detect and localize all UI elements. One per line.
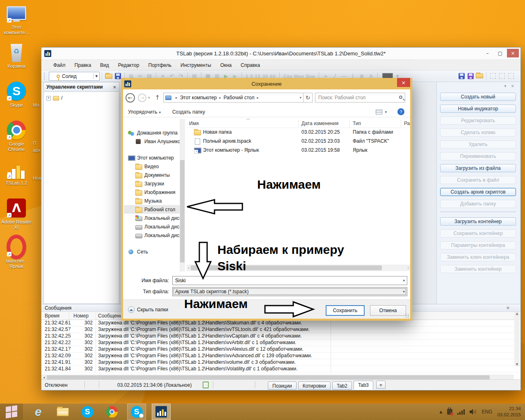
nav-tree-item[interactable]: Изображения <box>124 188 180 196</box>
panel-action-button[interactable]: Удалить <box>440 140 516 148</box>
panel-action-button[interactable]: Новый индикатор <box>440 105 516 113</box>
nav-tree-item[interactable]: Локальный диск <box>124 214 180 222</box>
menu-item[interactable]: Портфель <box>144 61 176 70</box>
select-all-tool-icon[interactable] <box>499 73 505 79</box>
panel-action-button[interactable]: Сделать копию <box>440 128 516 137</box>
volume-icon[interactable] <box>470 409 477 415</box>
forward-button[interactable]: → <box>138 94 146 102</box>
view-dropdown-icon[interactable]: ▾ <box>385 110 387 114</box>
log-row[interactable]: 21:32:42.25 302 Загружена dll 'C:\Progra… <box>41 333 520 340</box>
desktop-icon[interactable]: launcher - Ярлык <box>1 237 32 276</box>
column-date[interactable]: Дата изменения <box>301 121 338 126</box>
save-layout-button[interactable] <box>457 72 466 80</box>
log-row[interactable]: 21:32:41.84 302 Загружена dll 'C:\Progra… <box>41 366 520 372</box>
nav-tree-item[interactable]: Сеть <box>124 247 180 256</box>
start-button[interactable] <box>0 404 23 420</box>
breadcrumb[interactable]: ▸ Этот компьютер ▸ Рабочий стол ▸ ▾ <box>163 93 304 103</box>
taskbar-ie[interactable]: e <box>29 404 48 420</box>
panel-action-button[interactable]: Переименовать <box>440 152 516 160</box>
panel-action-button[interactable]: Заменить ключ контейнера <box>440 253 516 261</box>
taskbar-explorer[interactable] <box>53 404 72 420</box>
chevron-down-icon[interactable]: ▾ <box>403 290 405 294</box>
history-dropdown-icon[interactable]: ▾ <box>148 96 150 100</box>
tree-expand-icon[interactable]: + <box>46 96 51 100</box>
close-panel-icon[interactable]: × <box>113 84 116 90</box>
panel-action-button[interactable]: Создать новый <box>440 93 516 101</box>
column-name[interactable]: Имя <box>189 121 199 126</box>
show-hidden-icons-button[interactable]: ▲ <box>440 410 443 414</box>
nav-tree-item[interactable]: Музыка <box>124 196 180 205</box>
up-button[interactable]: ↑ <box>155 94 160 101</box>
add-tab-button[interactable]: + <box>376 381 386 389</box>
panel-action-button[interactable]: Сохранить в файл <box>440 176 516 184</box>
taskbar-chrome[interactable] <box>103 404 121 420</box>
menu-item[interactable]: Инструменты <box>176 61 216 70</box>
dialog-close-button[interactable]: × <box>397 78 410 87</box>
taskbar-clock[interactable]: 21:34 03.02.2015 <box>497 406 521 418</box>
open-layout-button[interactable] <box>475 72 484 80</box>
account-combo[interactable]: Солид ▾ <box>49 72 100 81</box>
close-button[interactable]: × <box>507 49 519 57</box>
dialog-title-bar[interactable]: Сохранение <box>121 78 412 89</box>
network-signal-icon[interactable] <box>457 409 465 415</box>
panel-action-button[interactable]: Добавить папку <box>440 200 516 208</box>
back-button[interactable]: ← <box>126 93 135 103</box>
language-indicator[interactable]: ENG <box>482 409 492 415</box>
select-tool-icon[interactable] <box>490 73 496 79</box>
desktop-icon[interactable]: Этот компьюте... <box>1 3 32 42</box>
bottom-tab[interactable]: Tab2 <box>332 381 352 390</box>
panel-action-button[interactable]: Параметры контейнера <box>440 241 516 249</box>
open-button[interactable] <box>104 72 113 80</box>
chevron-down-icon[interactable]: ▾ <box>403 278 405 283</box>
log-row[interactable]: 21:32:41.91 302 Загружена dll 'C:\Progra… <box>41 359 520 366</box>
bottom-tab[interactable]: Котировки <box>298 381 331 390</box>
column-number[interactable]: Номер <box>73 313 89 319</box>
file-row[interactable]: Новая папка 03.02.2015 20:25 Папка с фай… <box>187 128 410 137</box>
panel-action-button[interactable]: Сохранить контейнер <box>440 229 516 237</box>
nav-tree-item[interactable]: Документы <box>124 171 180 179</box>
bottom-tab[interactable]: Tab3 <box>354 381 373 390</box>
title-bar[interactable]: TSLab (версия 1.2.18.0:32bit) - C:\Users… <box>41 48 520 60</box>
nav-tree-item[interactable]: Этот компьютер <box>124 153 180 162</box>
file-name-combo[interactable]: ▾ <box>172 276 407 285</box>
panel-action-button[interactable]: Редактировать <box>440 116 516 125</box>
taskbar-skype-running[interactable]: S <box>127 404 146 420</box>
desktop-icon[interactable]: Корзина <box>1 42 32 81</box>
search-input[interactable] <box>315 93 405 102</box>
toolbar-drag-handle[interactable] <box>44 73 46 80</box>
messages-vscrollbar[interactable]: ▲▼ <box>514 312 520 366</box>
search-box[interactable] <box>315 93 405 103</box>
help-icon[interactable]: ? <box>397 108 404 115</box>
log-row[interactable]: 21:32:42.09 302 Загружена dll 'C:\Progra… <box>41 353 520 359</box>
minimize-button[interactable]: – <box>482 49 493 57</box>
desktop-icon[interactable]: Skype <box>1 81 32 120</box>
nav-tree-item[interactable]: Загрузки <box>124 179 180 188</box>
log-row[interactable]: 21:32:42.17 302 Загружена dll 'C:\Progra… <box>41 346 520 353</box>
menu-item[interactable]: Справка <box>236 61 265 70</box>
power-status-icon[interactable] <box>447 409 452 415</box>
panel-menu-icons[interactable]: ▾ × <box>504 84 516 88</box>
log-row[interactable]: 21:32:42.61 302 Загружена dll 'C:\Progra… <box>41 320 520 326</box>
hide-folders-button[interactable]: Скрыть папки <box>128 306 168 313</box>
panel-action-button[interactable]: Создать архив скриптов <box>440 188 516 196</box>
log-row[interactable]: 21:32:42.22 302 Загружена dll 'C:\Progra… <box>41 340 520 346</box>
column-size[interactable]: Разм <box>404 121 410 126</box>
file-row[interactable]: Этот компьютер - Ярлык 03.02.2015 19:58 … <box>187 146 410 155</box>
multi-select-tool-icon[interactable] <box>508 73 514 79</box>
nav-tree-item[interactable]: Видео <box>124 162 180 171</box>
column-time[interactable]: Время <box>45 313 59 319</box>
menu-item[interactable]: Файл <box>49 61 70 70</box>
panel-action-button[interactable]: Заменить контейнер <box>440 265 516 273</box>
refresh-button[interactable]: ↻ <box>304 93 313 103</box>
resize-grip[interactable] <box>405 314 409 318</box>
save-as-button[interactable] <box>466 72 475 80</box>
desktop-icon[interactable]: TSLab 1.2 <box>1 159 32 198</box>
file-type-combo[interactable]: Архив TSLab скриптов (*.tspack) ▾ <box>172 287 407 296</box>
taskbar-skype[interactable]: S <box>78 404 97 420</box>
maximize-button[interactable]: ▢ <box>494 49 506 57</box>
nav-tree-item[interactable]: Локальный диск <box>124 222 180 231</box>
file-list-hscrollbar[interactable]: ‹› <box>187 265 410 271</box>
taskbar-tslab-active[interactable] <box>152 404 171 420</box>
column-type[interactable]: Тип <box>353 121 361 126</box>
chevron-down-icon[interactable]: ▾ <box>93 73 98 79</box>
